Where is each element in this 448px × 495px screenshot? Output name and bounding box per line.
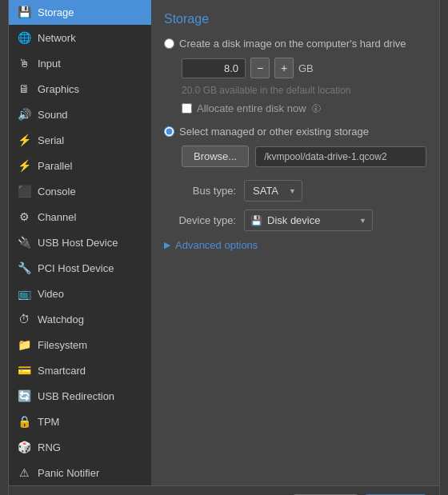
sidebar-item-storage[interactable]: 💾 Storage — [9, 0, 151, 25]
storage-path-display: /kvmpool/data-drive-1.qcow2 — [255, 146, 426, 167]
sidebar-label-tpm: TPM — [38, 416, 59, 428]
device-type-select-wrapper: Disk device CDROM device Floppy device L… — [244, 210, 373, 231]
bus-type-select[interactable]: SATA IDE VirtIO USB SCSI — [244, 180, 302, 202]
sidebar-label-sound: Sound — [38, 109, 68, 121]
sidebar-item-network[interactable]: 🌐 Network — [9, 25, 151, 50]
sidebar-item-sound[interactable]: 🔊 Sound — [9, 102, 151, 127]
filesystem-icon: 📁 — [17, 337, 31, 352]
sidebar-item-pci-host[interactable]: 🔧 PCI Host Device — [9, 255, 151, 281]
input-icon: 🖱 — [17, 56, 31, 70]
sidebar-label-parallel: Parallel — [38, 160, 72, 172]
sidebar-label-graphics: Graphics — [38, 83, 79, 95]
dialog-footer: Cancel Finish — [9, 485, 439, 495]
video-icon: 📺 — [17, 286, 31, 301]
rng-icon: 🎲 — [17, 440, 31, 454]
select-storage-label: Select managed or other existing storage — [179, 126, 369, 138]
sidebar-item-channel[interactable]: ⚙ Channel — [9, 204, 151, 230]
sidebar-label-panic: Panic Notifier — [38, 467, 99, 479]
advanced-options-row[interactable]: ▶ Advanced options — [164, 239, 426, 251]
sidebar-item-tpm[interactable]: 🔒 TPM — [9, 409, 151, 434]
select-storage-radio[interactable] — [164, 126, 174, 137]
advanced-options-label: Advanced options — [175, 239, 258, 251]
sidebar-item-smartcard[interactable]: 💳 Smartcard — [9, 357, 151, 383]
sidebar-item-rng[interactable]: 🎲 RNG — [9, 434, 151, 460]
usb-host-icon: 🔌 — [17, 235, 31, 249]
sidebar-item-parallel[interactable]: ⚡ Parallel — [9, 153, 151, 178]
sidebar: 💾 Storage 🌐 Network 🖱 Input 🖥 Graphics 🔊… — [9, 0, 151, 485]
bus-type-label: Bus type: — [164, 185, 236, 197]
pci-host-icon: 🔧 — [17, 261, 31, 275]
disk-size-row: − + GB — [164, 58, 426, 78]
usb-redir-icon: 🔄 — [17, 389, 31, 403]
sidebar-label-usb-redir: USB Redirection — [38, 390, 114, 402]
create-disk-radio[interactable] — [164, 38, 174, 49]
dialog-body: 💾 Storage 🌐 Network 🖱 Input 🖥 Graphics 🔊… — [9, 0, 439, 485]
sidebar-label-filesystem: Filesystem — [38, 339, 87, 351]
browse-button[interactable]: Browse... — [182, 146, 249, 167]
parallel-icon: ⚡ — [17, 158, 31, 173]
section-title: Storage — [164, 12, 426, 26]
sidebar-label-input: Input — [38, 58, 61, 70]
sidebar-label-storage: Storage — [38, 6, 74, 18]
sidebar-item-panic[interactable]: ⚠ Panic Notifier — [9, 460, 151, 485]
sidebar-label-channel: Channel — [38, 211, 76, 223]
main-content: Storage Create a disk image on the compu… — [151, 0, 439, 485]
sidebar-item-watchdog[interactable]: ⏱ Watchdog — [9, 306, 151, 332]
create-disk-label: Create a disk image on the computer's ha… — [179, 38, 406, 50]
serial-icon: ⚡ — [17, 133, 31, 147]
available-text: 20.0 GB available in the default locatio… — [164, 85, 426, 96]
panic-icon: ⚠ — [17, 465, 31, 480]
sidebar-item-usb-host[interactable]: 🔌 USB Host Device — [9, 230, 151, 255]
graphics-icon: 🖥 — [17, 82, 31, 96]
select-storage-option[interactable]: Select managed or other existing storage — [164, 126, 426, 138]
sound-icon: 🔊 — [17, 107, 31, 122]
sidebar-label-console: Console — [38, 186, 76, 198]
network-icon: 🌐 — [17, 30, 31, 45]
bus-type-row: Bus type: SATA IDE VirtIO USB SCSI — [164, 180, 426, 202]
sidebar-label-watchdog: Watchdog — [38, 313, 84, 325]
allocate-checkbox[interactable] — [182, 103, 192, 114]
info-icon: 🛈 — [311, 103, 321, 114]
sidebar-label-video: Video — [38, 288, 64, 300]
storage-icon: 💾 — [17, 5, 31, 19]
sidebar-label-serial: Serial — [38, 134, 64, 146]
sidebar-item-console[interactable]: ⬛ Console — [9, 178, 151, 204]
sidebar-label-pci-host: PCI Host Device — [38, 262, 114, 274]
sidebar-item-graphics[interactable]: 🖥 Graphics — [9, 76, 151, 102]
console-icon: ⬛ — [17, 184, 31, 198]
allocate-label: Allocate entire disk now — [197, 102, 306, 114]
sidebar-label-network: Network — [38, 32, 76, 44]
allocate-row: Allocate entire disk now 🛈 — [164, 102, 426, 114]
disk-unit-label: GB — [298, 62, 314, 74]
advanced-chevron-icon: ▶ — [164, 240, 170, 250]
disk-size-increase-button[interactable]: + — [274, 58, 294, 78]
channel-icon: ⚙ — [17, 210, 31, 224]
bus-type-select-wrapper: SATA IDE VirtIO USB SCSI — [244, 180, 302, 202]
sidebar-item-video[interactable]: 📺 Video — [9, 281, 151, 306]
create-disk-option[interactable]: Create a disk image on the computer's ha… — [164, 38, 426, 50]
sidebar-item-usb-redir[interactable]: 🔄 USB Redirection — [9, 383, 151, 409]
disk-size-decrease-button[interactable]: − — [250, 58, 270, 78]
device-type-row: Device type: Disk device CDROM device Fl… — [164, 210, 426, 231]
add-hardware-dialog: Add New Virtual Hardware 💾 Storage 🌐 Net… — [8, 0, 440, 495]
smartcard-icon: 💳 — [17, 363, 31, 377]
tpm-icon: 🔒 — [17, 414, 31, 429]
sidebar-label-usb-host: USB Host Device — [38, 237, 118, 249]
device-type-select[interactable]: Disk device CDROM device Floppy device L… — [244, 210, 373, 231]
watchdog-icon: ⏱ — [17, 312, 31, 326]
sidebar-item-input[interactable]: 🖱 Input — [9, 50, 151, 76]
sidebar-item-filesystem[interactable]: 📁 Filesystem — [9, 332, 151, 357]
sidebar-item-serial[interactable]: ⚡ Serial — [9, 127, 151, 153]
sidebar-label-rng: RNG — [38, 441, 61, 453]
browse-row: Browse... /kvmpool/data-drive-1.qcow2 — [164, 146, 426, 167]
device-type-label: Device type: — [164, 214, 236, 226]
sidebar-label-smartcard: Smartcard — [38, 365, 86, 377]
disk-size-input[interactable] — [182, 58, 246, 78]
